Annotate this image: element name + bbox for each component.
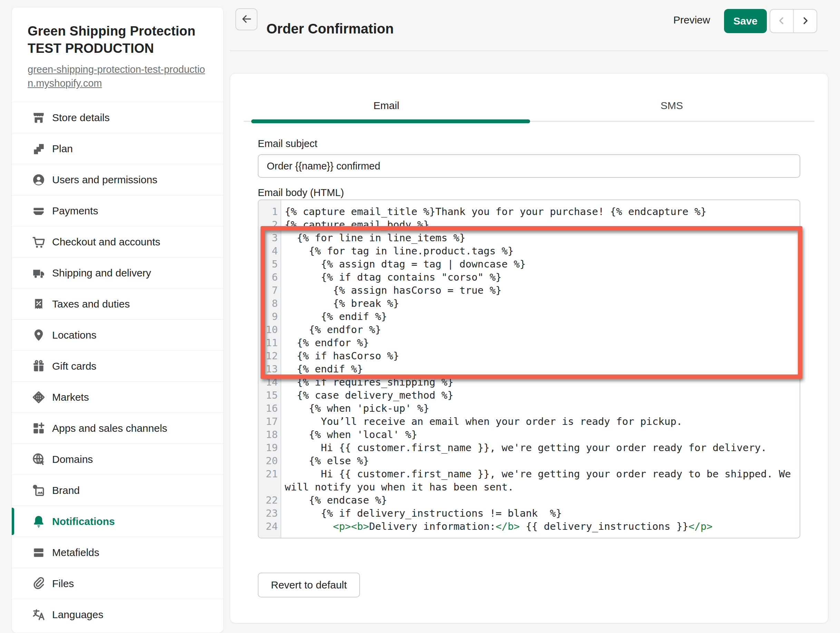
metafields-icon [31,545,47,560]
code-text: {% endfor %} [281,323,800,336]
back-button[interactable] [235,8,257,30]
code-text: {% if delivery_instructions != blank %} [281,507,800,520]
save-button[interactable]: Save [724,9,767,33]
payments-icon [31,203,47,219]
code-line-23: 23 {% if delivery_instructions != blank … [259,507,800,520]
code-line-5: 5 {% assign dtag = tag | downcase %} [259,257,800,271]
active-item-indicator [12,508,14,535]
code-line-8: 8 {% break %} [259,297,800,310]
code-line-2: 2{% capture email_body %} [259,218,800,231]
line-number: 16 [259,402,281,415]
code-line-6: 6 {% if dtag contains "corso" %} [259,271,800,284]
tab-email[interactable]: Email [244,100,529,112]
code-text: {% capture email_body %} [281,218,800,231]
line-number: 3 [259,231,281,245]
sidebar-item-gift-cards[interactable]: Gift cards [12,350,223,381]
sidebar-item-label: Store details [52,112,110,123]
sidebar-item-label: Notifications [52,516,115,527]
sidebar-item-users-and-permissions[interactable]: Users and permissions [12,164,223,195]
code-text: {% for line in line_items %} [281,231,800,245]
email-body-code-editor[interactable]: 1{% capture email_title %}Thank you for … [258,199,800,538]
line-number: 22 [259,494,281,507]
line-number: 8 [259,297,281,310]
preview-button[interactable]: Preview [671,14,712,26]
revert-to-default-button[interactable]: Revert to default [258,573,360,597]
sidebar-item-brand[interactable]: Brand [12,475,223,506]
next-template-button[interactable] [793,9,816,32]
line-number: 7 [259,284,281,297]
code-line-19: 19 Hi {{ customer.first_name }}, we're g… [259,441,800,454]
line-number: 2 [259,218,281,231]
sidebar-item-label: Files [52,578,74,589]
line-number: 10 [259,323,281,336]
sidebar-item-store-details[interactable]: Store details [12,102,223,133]
code-line-7: 7 {% assign hasCorso = true %} [259,284,800,297]
code-text: Hi {{ customer.first_name }}, we're gett… [281,441,800,454]
image-brand-icon [31,483,47,499]
line-number: 4 [259,245,281,257]
page-title: Order Confirmation [267,21,394,36]
gift-icon [31,358,47,374]
template-pager [770,9,817,33]
sidebar-item-metafields[interactable]: Metafields [12,537,223,568]
code-text: {% assign hasCorso = true %} [281,284,800,297]
cart-icon [31,234,47,250]
store-name: Green Shipping Protection TEST PRODUCTIO… [28,22,213,57]
sidebar-item-label: Metafields [52,547,99,559]
code-text: {% when 'pick-up' %} [281,402,800,415]
line-number: 15 [259,388,281,402]
globe-markets-icon [31,389,47,405]
sidebar-item-payments[interactable]: Payments [12,195,223,226]
plan-icon [31,141,47,157]
user-circle-icon [31,172,47,188]
code-line-13: 13 {% endif %} [259,362,800,376]
code-line-11: 11 {% endfor %} [259,336,800,349]
sidebar-item-notifications[interactable]: Notifications [12,506,223,537]
sidebar-item-label: Apps and sales channels [52,423,167,434]
channel-tabs: Email SMS [244,74,815,124]
sidebar-item-label: Payments [52,205,98,217]
arrow-left-icon [240,13,252,26]
sidebar-item-shipping-and-delivery[interactable]: Shipping and delivery [12,257,223,288]
receipt-percent-icon [31,296,47,312]
sidebar-item-apps-and-sales-channels[interactable]: Apps and sales channels [12,412,223,444]
code-text: <p><b>Delivery information:</b> {{ deliv… [281,520,800,533]
sidebar-item-files[interactable]: Files [12,568,223,599]
sidebar-item-label: Users and permissions [52,174,157,186]
email-subject-input[interactable] [258,154,800,178]
sidebar-item-plan[interactable]: Plan [12,133,223,164]
sidebar-item-markets[interactable]: Markets [12,381,223,412]
code-text: {% endcase %} [281,494,800,507]
sidebar-item-taxes-and-duties[interactable]: Taxes and duties [12,288,223,319]
code-line-18: 18 {% when 'local' %} [259,428,800,441]
code-text: {% else %} [281,454,800,467]
code-line-21: 21 Hi {{ customer.first_name }}, we're g… [259,467,800,494]
code-text: {% break %} [281,297,800,310]
sidebar-item-languages[interactable]: Languages [12,599,223,630]
sidebar-item-label: Domains [52,453,93,465]
code-line-15: 15 {% case delivery_method %} [259,388,800,402]
line-number: 11 [259,336,281,349]
sidebar-item-locations[interactable]: Locations [12,319,223,350]
line-number: 13 [259,362,281,376]
paperclip-icon [31,576,47,592]
store-domain-link[interactable]: green-shipping-protection-test-productio… [28,63,213,90]
tab-sms[interactable]: SMS [529,100,815,112]
line-number: 17 [259,415,281,428]
code-line-14: 14 {% if requires_shipping %} [259,376,800,388]
code-line-16: 16 {% when 'pick-up' %} [259,402,800,415]
line-number: 9 [259,310,281,323]
notification-editor-card: Email SMS Email subject Email body (HTML… [230,73,828,624]
code-lines: 1{% capture email_title %}Thank you for … [259,205,800,533]
code-line-17: 17 You’ll receive an email when your ord… [259,415,800,428]
sidebar-item-domains[interactable]: Domains [12,444,223,475]
sidebar-item-label: Taxes and duties [52,298,130,310]
code-text: {% endif %} [281,362,800,376]
code-text: {% when 'local' %} [281,428,800,441]
sidebar-item-label: Checkout and accounts [52,236,161,248]
code-text: {% capture email_title %}Thank you for y… [281,205,800,218]
line-number: 14 [259,376,281,388]
sidebar-item-checkout-and-accounts[interactable]: Checkout and accounts [12,226,223,257]
line-number: 12 [259,349,281,362]
previous-template-button[interactable] [770,9,793,32]
